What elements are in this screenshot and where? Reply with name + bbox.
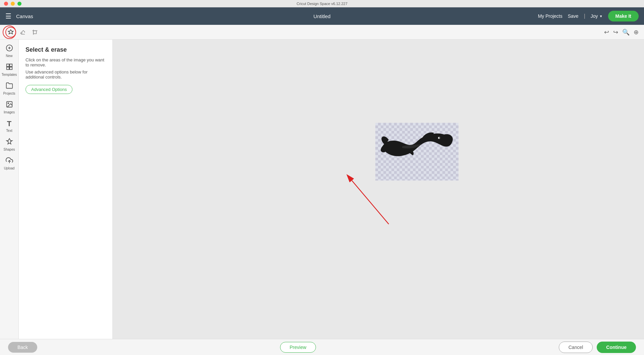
sidebar-item-shapes-label: Shapes xyxy=(4,148,15,151)
upload-icon xyxy=(6,157,13,166)
sidebar-item-upload-label: Upload xyxy=(4,166,15,170)
sidebar-item-new[interactable]: New xyxy=(1,42,18,60)
undo-button[interactable]: ↩ xyxy=(604,29,609,36)
svg-line-16 xyxy=(352,181,389,224)
projects-icon xyxy=(6,82,13,91)
image-canvas[interactable] xyxy=(375,123,459,181)
sidebar-item-text-label: Text xyxy=(6,129,12,133)
save-button[interactable]: Save xyxy=(568,13,579,19)
redo-button[interactable]: ↪ xyxy=(613,29,618,36)
text-icon: T xyxy=(7,119,11,128)
nav-bar: ☰ Canvas Untitled My Projects Save | Joy… xyxy=(0,7,644,25)
new-icon xyxy=(6,44,13,53)
main-layout: New Templates Projects xyxy=(0,40,644,339)
sidebar-item-images[interactable]: Images xyxy=(1,99,18,116)
eraser-tool[interactable] xyxy=(17,27,28,38)
svg-rect-9 xyxy=(9,67,12,69)
sidebar-item-templates-label: Templates xyxy=(2,73,17,77)
back-button[interactable]: Back xyxy=(8,342,37,353)
zoom-in-button[interactable]: 🔍 xyxy=(622,29,630,36)
sidebar-item-templates[interactable]: Templates xyxy=(1,61,18,79)
user-menu-button[interactable]: Joy ▼ xyxy=(591,13,603,19)
panel-description1: Click on the areas of the image you want… xyxy=(25,57,106,67)
hamburger-icon[interactable]: ☰ xyxy=(5,12,11,20)
sidebar-item-shapes[interactable]: Shapes xyxy=(1,136,18,153)
advanced-options-button[interactable]: Advanced Options xyxy=(25,85,72,94)
user-name: Joy xyxy=(591,13,598,19)
shapes-icon xyxy=(6,138,13,147)
preview-button[interactable]: Preview xyxy=(280,342,316,353)
minimize-button[interactable] xyxy=(11,2,15,6)
sidebar-item-new-label: New xyxy=(6,54,12,58)
cancel-button[interactable]: Cancel xyxy=(559,342,593,353)
tool-bar: ↩ ↪ 🔍 ⊕ xyxy=(0,25,644,40)
title-bar: Cricut Design Space v6.12.227 xyxy=(0,0,644,7)
svg-point-14 xyxy=(439,138,440,139)
chevron-down-icon: ▼ xyxy=(599,14,603,18)
nav-divider: | xyxy=(584,13,585,19)
svg-rect-6 xyxy=(6,64,9,66)
more-options-button[interactable]: ⊕ xyxy=(634,29,639,36)
canvas-label[interactable]: Canvas xyxy=(16,13,33,19)
sidebar-item-images-label: Images xyxy=(4,110,15,114)
panel: Select & erase Click on the areas of the… xyxy=(19,40,113,339)
continue-button[interactable]: Continue xyxy=(597,342,636,353)
window-title: Cricut Design Space v6.12.227 xyxy=(297,2,347,6)
canvas-area[interactable] xyxy=(113,40,644,339)
svg-rect-0 xyxy=(34,31,37,34)
toolbar-right: ↩ ↪ 🔍 ⊕ xyxy=(604,29,639,36)
select-erase-tool[interactable] xyxy=(5,27,16,38)
close-button[interactable] xyxy=(4,2,8,6)
svg-rect-8 xyxy=(6,67,9,69)
panel-description2: Use advanced options below for additiona… xyxy=(25,69,106,80)
svg-rect-7 xyxy=(9,64,12,66)
my-projects-button[interactable]: My Projects xyxy=(538,13,562,19)
sidebar-item-text[interactable]: T Text xyxy=(1,117,18,135)
sidebar-item-projects[interactable]: Projects xyxy=(1,80,18,97)
crop-tool[interactable] xyxy=(30,27,40,38)
window-controls xyxy=(4,2,21,6)
bottom-right-actions: Cancel Continue xyxy=(559,342,636,353)
nav-right: My Projects Save | Joy ▼ Make It xyxy=(538,11,639,21)
app-title: Untitled xyxy=(314,13,331,19)
images-icon xyxy=(6,101,13,110)
dolphin-image xyxy=(375,123,459,181)
maximize-button[interactable] xyxy=(17,2,21,6)
bottom-bar: Back Preview Cancel Continue xyxy=(0,339,644,355)
svg-point-11 xyxy=(8,103,9,104)
make-it-button[interactable]: Make It xyxy=(608,11,639,21)
sidebar-item-projects-label: Projects xyxy=(3,92,15,95)
panel-title: Select & erase xyxy=(25,46,106,53)
left-sidebar: New Templates Projects xyxy=(0,40,19,339)
sidebar-item-upload[interactable]: Upload xyxy=(1,155,18,172)
templates-icon xyxy=(6,63,13,72)
